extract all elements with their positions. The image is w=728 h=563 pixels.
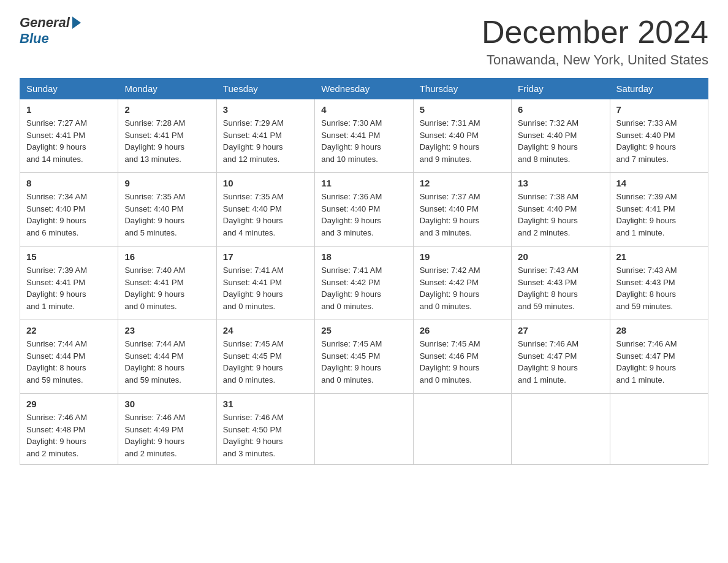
table-row: 13Sunrise: 7:38 AM Sunset: 4:40 PM Dayli…: [512, 173, 610, 247]
header-tuesday: Tuesday: [216, 79, 314, 99]
table-row: [413, 394, 511, 465]
day-info: Sunrise: 7:38 AM Sunset: 4:40 PM Dayligh…: [518, 191, 603, 239]
table-row: 31Sunrise: 7:46 AM Sunset: 4:50 PM Dayli…: [216, 394, 314, 465]
day-info: Sunrise: 7:31 AM Sunset: 4:40 PM Dayligh…: [420, 117, 505, 165]
table-row: 27Sunrise: 7:46 AM Sunset: 4:47 PM Dayli…: [512, 320, 610, 394]
header-thursday: Thursday: [413, 79, 511, 99]
calendar-table: Sunday Monday Tuesday Wednesday Thursday…: [20, 78, 708, 465]
day-number: 13: [518, 178, 603, 188]
logo: General Blue: [20, 15, 81, 47]
day-info: Sunrise: 7:41 AM Sunset: 4:41 PM Dayligh…: [223, 264, 308, 312]
day-number: 5: [420, 104, 505, 115]
day-number: 28: [616, 325, 702, 335]
header-sunday: Sunday: [20, 79, 118, 99]
day-number: 29: [26, 399, 112, 409]
day-info: Sunrise: 7:43 AM Sunset: 4:43 PM Dayligh…: [518, 264, 603, 312]
day-number: 15: [26, 251, 112, 262]
header-friday: Friday: [512, 79, 610, 99]
table-row: 2Sunrise: 7:28 AM Sunset: 4:41 PM Daylig…: [118, 99, 216, 173]
table-row: 12Sunrise: 7:37 AM Sunset: 4:40 PM Dayli…: [413, 173, 511, 247]
day-number: 17: [223, 251, 308, 262]
table-row: [315, 394, 413, 465]
calendar-header: Sunday Monday Tuesday Wednesday Thursday…: [20, 79, 708, 99]
table-row: 14Sunrise: 7:39 AM Sunset: 4:41 PM Dayli…: [610, 173, 708, 247]
day-number: 14: [616, 178, 702, 188]
day-number: 11: [321, 178, 406, 188]
table-row: 11Sunrise: 7:36 AM Sunset: 4:40 PM Dayli…: [315, 173, 413, 247]
table-row: 9Sunrise: 7:35 AM Sunset: 4:40 PM Daylig…: [118, 173, 216, 247]
table-row: 20Sunrise: 7:43 AM Sunset: 4:43 PM Dayli…: [512, 247, 610, 320]
day-number: 10: [223, 178, 308, 188]
table-row: 10Sunrise: 7:35 AM Sunset: 4:40 PM Dayli…: [216, 173, 314, 247]
day-number: 6: [518, 104, 603, 115]
day-info: Sunrise: 7:40 AM Sunset: 4:41 PM Dayligh…: [124, 264, 210, 312]
table-row: 23Sunrise: 7:44 AM Sunset: 4:44 PM Dayli…: [118, 320, 216, 394]
day-info: Sunrise: 7:46 AM Sunset: 4:47 PM Dayligh…: [518, 338, 603, 386]
day-info: Sunrise: 7:45 AM Sunset: 4:46 PM Dayligh…: [420, 338, 505, 386]
day-number: 16: [124, 251, 210, 262]
day-info: Sunrise: 7:46 AM Sunset: 4:49 PM Dayligh…: [124, 412, 210, 459]
day-info: Sunrise: 7:27 AM Sunset: 4:41 PM Dayligh…: [26, 117, 112, 165]
day-number: 23: [124, 325, 210, 335]
table-row: 3Sunrise: 7:29 AM Sunset: 4:41 PM Daylig…: [216, 99, 314, 173]
logo-arrow-icon: [72, 17, 81, 29]
table-row: 8Sunrise: 7:34 AM Sunset: 4:40 PM Daylig…: [20, 173, 118, 247]
day-number: 24: [223, 325, 308, 335]
table-row: 4Sunrise: 7:30 AM Sunset: 4:41 PM Daylig…: [315, 99, 413, 173]
day-info: Sunrise: 7:46 AM Sunset: 4:50 PM Dayligh…: [223, 412, 308, 459]
table-row: 28Sunrise: 7:46 AM Sunset: 4:47 PM Dayli…: [610, 320, 708, 394]
day-info: Sunrise: 7:44 AM Sunset: 4:44 PM Dayligh…: [26, 338, 112, 386]
day-number: 30: [124, 399, 210, 409]
table-row: 6Sunrise: 7:32 AM Sunset: 4:40 PM Daylig…: [512, 99, 610, 173]
week-row-2: 8Sunrise: 7:34 AM Sunset: 4:40 PM Daylig…: [20, 173, 708, 247]
day-info: Sunrise: 7:46 AM Sunset: 4:48 PM Dayligh…: [26, 412, 112, 459]
day-info: Sunrise: 7:44 AM Sunset: 4:44 PM Dayligh…: [124, 338, 210, 386]
header-monday: Monday: [118, 79, 216, 99]
day-number: 7: [616, 104, 702, 115]
day-info: Sunrise: 7:35 AM Sunset: 4:40 PM Dayligh…: [124, 191, 210, 239]
day-number: 21: [616, 251, 702, 262]
day-info: Sunrise: 7:32 AM Sunset: 4:40 PM Dayligh…: [518, 117, 603, 165]
day-number: 8: [26, 178, 112, 188]
day-info: Sunrise: 7:46 AM Sunset: 4:47 PM Dayligh…: [616, 338, 702, 386]
day-number: 3: [223, 104, 308, 115]
table-row: 24Sunrise: 7:45 AM Sunset: 4:45 PM Dayli…: [216, 320, 314, 394]
day-number: 27: [518, 325, 603, 335]
day-info: Sunrise: 7:41 AM Sunset: 4:42 PM Dayligh…: [321, 264, 406, 312]
day-number: 4: [321, 104, 406, 115]
month-title: December 2024: [482, 15, 708, 50]
table-row: 26Sunrise: 7:45 AM Sunset: 4:46 PM Dayli…: [413, 320, 511, 394]
header-saturday: Saturday: [610, 79, 708, 99]
table-row: 25Sunrise: 7:45 AM Sunset: 4:45 PM Dayli…: [315, 320, 413, 394]
table-row: 22Sunrise: 7:44 AM Sunset: 4:44 PM Dayli…: [20, 320, 118, 394]
day-info: Sunrise: 7:34 AM Sunset: 4:40 PM Dayligh…: [26, 191, 112, 239]
table-row: 30Sunrise: 7:46 AM Sunset: 4:49 PM Dayli…: [118, 394, 216, 465]
table-row: [512, 394, 610, 465]
table-row: 1Sunrise: 7:27 AM Sunset: 4:41 PM Daylig…: [20, 99, 118, 173]
table-row: 16Sunrise: 7:40 AM Sunset: 4:41 PM Dayli…: [118, 247, 216, 320]
week-row-1: 1Sunrise: 7:27 AM Sunset: 4:41 PM Daylig…: [20, 99, 708, 173]
day-info: Sunrise: 7:28 AM Sunset: 4:41 PM Dayligh…: [124, 117, 210, 165]
week-row-5: 29Sunrise: 7:46 AM Sunset: 4:48 PM Dayli…: [20, 394, 708, 465]
day-info: Sunrise: 7:30 AM Sunset: 4:41 PM Dayligh…: [321, 117, 406, 165]
day-number: 20: [518, 251, 603, 262]
table-row: 7Sunrise: 7:33 AM Sunset: 4:40 PM Daylig…: [610, 99, 708, 173]
week-row-3: 15Sunrise: 7:39 AM Sunset: 4:41 PM Dayli…: [20, 247, 708, 320]
location-title: Tonawanda, New York, United States: [482, 52, 708, 68]
day-info: Sunrise: 7:29 AM Sunset: 4:41 PM Dayligh…: [223, 117, 308, 165]
table-row: 15Sunrise: 7:39 AM Sunset: 4:41 PM Dayli…: [20, 247, 118, 320]
day-info: Sunrise: 7:45 AM Sunset: 4:45 PM Dayligh…: [223, 338, 308, 386]
day-info: Sunrise: 7:37 AM Sunset: 4:40 PM Dayligh…: [420, 191, 505, 239]
day-info: Sunrise: 7:43 AM Sunset: 4:43 PM Dayligh…: [616, 264, 702, 312]
day-info: Sunrise: 7:36 AM Sunset: 4:40 PM Dayligh…: [321, 191, 406, 239]
header-wednesday: Wednesday: [315, 79, 413, 99]
day-number: 18: [321, 251, 406, 262]
logo-general-text: General: [20, 15, 70, 31]
day-info: Sunrise: 7:42 AM Sunset: 4:42 PM Dayligh…: [420, 264, 505, 312]
day-info: Sunrise: 7:39 AM Sunset: 4:41 PM Dayligh…: [26, 264, 112, 312]
day-number: 1: [26, 104, 112, 115]
day-number: 19: [420, 251, 505, 262]
day-info: Sunrise: 7:39 AM Sunset: 4:41 PM Dayligh…: [616, 191, 702, 239]
table-row: [610, 394, 708, 465]
day-info: Sunrise: 7:45 AM Sunset: 4:45 PM Dayligh…: [321, 338, 406, 386]
